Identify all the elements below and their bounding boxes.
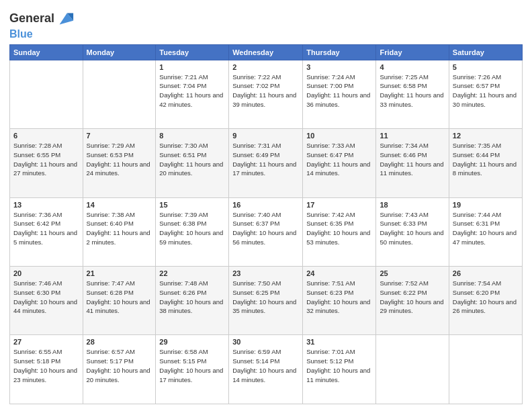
- logo-text: General: [9, 12, 54, 26]
- day-number: 29: [159, 338, 225, 346]
- day-number: 16: [232, 201, 299, 209]
- day-info: Sunrise: 7:01 AM Sunset: 5:12 PM Dayligh…: [306, 347, 372, 384]
- day-cell: 29Sunrise: 6:58 AM Sunset: 5:15 PM Dayli…: [156, 335, 229, 404]
- header: General Blue: [9, 7, 523, 40]
- day-info: Sunrise: 7:43 AM Sunset: 6:33 PM Dayligh…: [380, 210, 445, 247]
- day-info: Sunrise: 7:30 AM Sunset: 6:51 PM Dayligh…: [159, 141, 225, 178]
- day-cell: 6Sunrise: 7:28 AM Sunset: 6:55 PM Daylig…: [10, 129, 83, 197]
- day-info: Sunrise: 7:48 AM Sunset: 6:26 PM Dayligh…: [159, 279, 225, 316]
- day-cell: 16Sunrise: 7:40 AM Sunset: 6:37 PM Dayli…: [229, 197, 303, 266]
- day-cell: [10, 60, 83, 128]
- day-number: 9: [232, 132, 299, 140]
- day-info: Sunrise: 6:55 AM Sunset: 5:18 PM Dayligh…: [13, 347, 79, 384]
- day-cell: 25Sunrise: 7:52 AM Sunset: 6:22 PM Dayli…: [376, 267, 449, 335]
- day-number: 1: [159, 63, 225, 71]
- weekday-header-monday: Monday: [83, 44, 156, 60]
- weekday-header-row: SundayMondayTuesdayWednesdayThursdayFrid…: [10, 44, 523, 60]
- day-number: 28: [87, 338, 152, 346]
- day-cell: [449, 335, 522, 404]
- day-info: Sunrise: 7:33 AM Sunset: 6:47 PM Dayligh…: [306, 141, 372, 178]
- day-number: 13: [13, 201, 79, 209]
- day-number: 15: [159, 201, 225, 209]
- day-number: 22: [159, 269, 225, 277]
- day-info: Sunrise: 7:22 AM Sunset: 7:02 PM Dayligh…: [232, 73, 299, 109]
- week-row-4: 20Sunrise: 7:46 AM Sunset: 6:30 PM Dayli…: [10, 267, 523, 335]
- week-row-5: 27Sunrise: 6:55 AM Sunset: 5:18 PM Dayli…: [10, 335, 523, 404]
- day-number: 7: [87, 132, 152, 140]
- page: General Blue SundayMondayTuesdayWednesda…: [0, 0, 532, 411]
- day-number: 12: [453, 132, 519, 140]
- day-number: 31: [306, 338, 372, 346]
- day-cell: 30Sunrise: 6:59 AM Sunset: 5:14 PM Dayli…: [229, 335, 303, 404]
- day-cell: 9Sunrise: 7:31 AM Sunset: 6:49 PM Daylig…: [229, 129, 303, 197]
- day-cell: 18Sunrise: 7:43 AM Sunset: 6:33 PM Dayli…: [376, 197, 449, 266]
- weekday-header-tuesday: Tuesday: [156, 44, 229, 60]
- day-cell: 3Sunrise: 7:24 AM Sunset: 7:00 PM Daylig…: [303, 60, 376, 128]
- day-info: Sunrise: 7:46 AM Sunset: 6:30 PM Dayligh…: [13, 279, 79, 316]
- day-cell: 10Sunrise: 7:33 AM Sunset: 6:47 PM Dayli…: [303, 129, 376, 197]
- day-number: 6: [13, 132, 79, 140]
- day-cell: 5Sunrise: 7:26 AM Sunset: 6:57 PM Daylig…: [449, 60, 522, 128]
- day-info: Sunrise: 6:58 AM Sunset: 5:15 PM Dayligh…: [159, 347, 225, 384]
- day-info: Sunrise: 7:31 AM Sunset: 6:49 PM Dayligh…: [232, 141, 299, 178]
- day-info: Sunrise: 7:39 AM Sunset: 6:38 PM Dayligh…: [159, 210, 225, 247]
- day-info: Sunrise: 7:50 AM Sunset: 6:25 PM Dayligh…: [232, 279, 299, 316]
- day-number: 30: [232, 338, 299, 346]
- day-number: 18: [380, 201, 445, 209]
- day-info: Sunrise: 7:28 AM Sunset: 6:55 PM Dayligh…: [13, 141, 79, 178]
- day-cell: 22Sunrise: 7:48 AM Sunset: 6:26 PM Dayli…: [156, 267, 229, 335]
- day-number: 25: [380, 269, 445, 277]
- logo-icon: [56, 9, 75, 28]
- day-info: Sunrise: 7:26 AM Sunset: 6:57 PM Dayligh…: [453, 73, 519, 109]
- day-cell: 8Sunrise: 7:30 AM Sunset: 6:51 PM Daylig…: [156, 129, 229, 197]
- day-number: 17: [306, 201, 372, 209]
- day-info: Sunrise: 7:35 AM Sunset: 6:44 PM Dayligh…: [453, 141, 519, 178]
- day-info: Sunrise: 7:38 AM Sunset: 6:40 PM Dayligh…: [87, 210, 152, 247]
- weekday-header-thursday: Thursday: [303, 44, 376, 60]
- week-row-3: 13Sunrise: 7:36 AM Sunset: 6:42 PM Dayli…: [10, 197, 523, 266]
- day-cell: 13Sunrise: 7:36 AM Sunset: 6:42 PM Dayli…: [10, 197, 83, 266]
- day-cell: 12Sunrise: 7:35 AM Sunset: 6:44 PM Dayli…: [449, 129, 522, 197]
- day-number: 8: [159, 132, 225, 140]
- day-number: 5: [453, 63, 519, 71]
- day-cell: 31Sunrise: 7:01 AM Sunset: 5:12 PM Dayli…: [303, 335, 376, 404]
- day-info: Sunrise: 7:51 AM Sunset: 6:23 PM Dayligh…: [306, 279, 372, 316]
- day-number: 10: [306, 132, 372, 140]
- calendar: SundayMondayTuesdayWednesdayThursdayFrid…: [9, 44, 523, 404]
- day-cell: 20Sunrise: 7:46 AM Sunset: 6:30 PM Dayli…: [10, 267, 83, 335]
- day-cell: 24Sunrise: 7:51 AM Sunset: 6:23 PM Dayli…: [303, 267, 376, 335]
- weekday-header-saturday: Saturday: [449, 44, 522, 60]
- day-number: 14: [87, 201, 152, 209]
- day-number: 27: [13, 338, 79, 346]
- day-cell: 19Sunrise: 7:44 AM Sunset: 6:31 PM Dayli…: [449, 197, 522, 266]
- day-info: Sunrise: 7:52 AM Sunset: 6:22 PM Dayligh…: [380, 279, 445, 316]
- day-info: Sunrise: 7:36 AM Sunset: 6:42 PM Dayligh…: [13, 210, 79, 247]
- day-cell: 27Sunrise: 6:55 AM Sunset: 5:18 PM Dayli…: [10, 335, 83, 404]
- day-number: 11: [380, 132, 445, 140]
- day-cell: 2Sunrise: 7:22 AM Sunset: 7:02 PM Daylig…: [229, 60, 303, 128]
- logo-blue: Blue: [9, 28, 75, 40]
- day-info: Sunrise: 7:24 AM Sunset: 7:00 PM Dayligh…: [306, 73, 372, 109]
- day-info: Sunrise: 6:57 AM Sunset: 5:17 PM Dayligh…: [87, 347, 152, 384]
- weekday-header-sunday: Sunday: [10, 44, 83, 60]
- day-number: 19: [453, 201, 519, 209]
- day-info: Sunrise: 7:34 AM Sunset: 6:46 PM Dayligh…: [380, 141, 445, 178]
- day-cell: 11Sunrise: 7:34 AM Sunset: 6:46 PM Dayli…: [376, 129, 449, 197]
- day-info: Sunrise: 7:21 AM Sunset: 7:04 PM Dayligh…: [159, 73, 225, 109]
- day-number: 21: [87, 269, 152, 277]
- weekday-header-friday: Friday: [376, 44, 449, 60]
- day-info: Sunrise: 6:59 AM Sunset: 5:14 PM Dayligh…: [232, 347, 299, 384]
- week-row-2: 6Sunrise: 7:28 AM Sunset: 6:55 PM Daylig…: [10, 129, 523, 197]
- day-info: Sunrise: 7:29 AM Sunset: 6:53 PM Dayligh…: [87, 141, 152, 178]
- day-cell: [83, 60, 156, 128]
- day-cell: 14Sunrise: 7:38 AM Sunset: 6:40 PM Dayli…: [83, 197, 156, 266]
- day-cell: 28Sunrise: 6:57 AM Sunset: 5:17 PM Dayli…: [83, 335, 156, 404]
- logo: General Blue: [9, 9, 75, 40]
- day-cell: 23Sunrise: 7:50 AM Sunset: 6:25 PM Dayli…: [229, 267, 303, 335]
- day-number: 23: [232, 269, 299, 277]
- day-number: 3: [306, 63, 372, 71]
- day-cell: 4Sunrise: 7:25 AM Sunset: 6:58 PM Daylig…: [376, 60, 449, 128]
- day-cell: 21Sunrise: 7:47 AM Sunset: 6:28 PM Dayli…: [83, 267, 156, 335]
- weekday-header-wednesday: Wednesday: [229, 44, 303, 60]
- day-number: 20: [13, 269, 79, 277]
